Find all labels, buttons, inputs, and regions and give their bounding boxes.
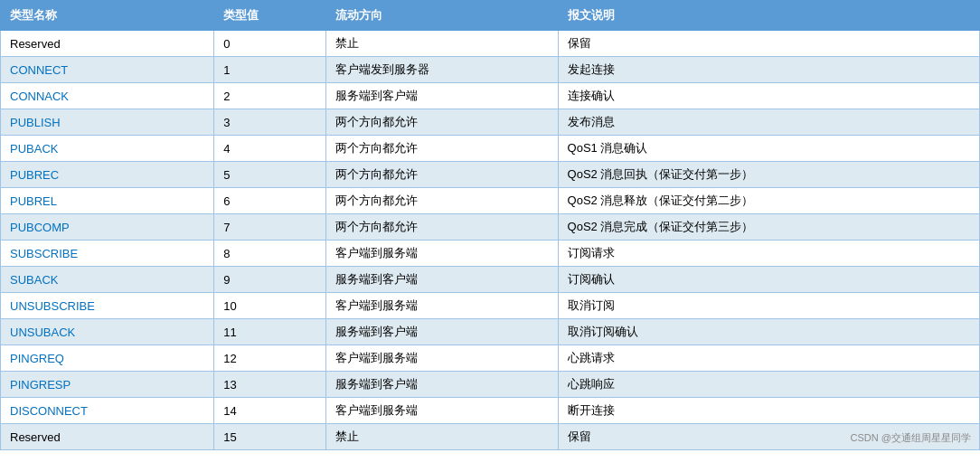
table-row: CONNECT1客户端发到服务器发起连接 [1,57,980,83]
table-row: Reserved0禁止保留 [1,31,980,57]
cell-type-value: 14 [214,398,325,424]
cell-direction: 客户端到服务端 [325,241,558,267]
cell-type-value: 2 [214,83,325,109]
cell-description: 保留 [558,31,979,57]
cell-type-value: 0 [214,31,325,57]
table-row: Reserved15禁止保留 [1,424,980,450]
cell-type-value: 6 [214,188,325,214]
cell-direction: 两个方向都允许 [325,109,558,136]
cell-type-value: 9 [214,267,325,293]
table-row: SUBACK9服务端到客户端订阅确认 [1,267,980,293]
cell-type-value: 11 [214,319,325,345]
cell-direction: 客户端到服务端 [325,345,558,372]
table-row: CONNACK2服务端到客户端连接确认 [1,83,980,109]
cell-direction: 服务端到客户端 [325,372,558,398]
cell-type-name: PUBREC [1,162,214,188]
cell-direction: 客户端到服务端 [325,293,558,319]
col-header-value: 类型值 [214,1,325,31]
cell-direction: 客户端发到服务器 [325,57,558,83]
cell-direction: 服务端到客户端 [325,319,558,345]
cell-description: QoS2 消息释放（保证交付第二步） [558,188,979,214]
cell-description: 连接确认 [558,83,979,109]
cell-type-name: PUBCOMP [1,214,214,241]
cell-type-name: Reserved [1,424,214,450]
cell-description: 订阅确认 [558,267,979,293]
cell-type-value: 8 [214,241,325,267]
table-row: PUBACK4两个方向都允许QoS1 消息确认 [1,136,980,162]
cell-type-name: DISCONNECT [1,398,214,424]
cell-direction: 客户端到服务端 [325,398,558,424]
cell-type-name: CONNACK [1,83,214,109]
cell-description: 取消订阅确认 [558,319,979,345]
cell-type-value: 15 [214,424,325,450]
cell-type-name: PINGRESP [1,372,214,398]
cell-type-name: CONNECT [1,57,214,83]
cell-description: 心跳响应 [558,372,979,398]
table-header-row: 类型名称 类型值 流动方向 报文说明 [1,1,980,31]
cell-direction: 服务端到客户端 [325,83,558,109]
cell-type-name: UNSUBACK [1,319,214,345]
cell-description: QoS2 消息完成（保证交付第三步） [558,214,979,241]
cell-direction: 禁止 [325,424,558,450]
cell-type-value: 5 [214,162,325,188]
table-row: PUBCOMP7两个方向都允许QoS2 消息完成（保证交付第三步） [1,214,980,241]
cell-type-value: 13 [214,372,325,398]
cell-type-value: 1 [214,57,325,83]
cell-type-name: PUBREL [1,188,214,214]
cell-type-name: SUBSCRIBE [1,241,214,267]
table-row: PUBREC5两个方向都允许QoS2 消息回执（保证交付第一步） [1,162,980,188]
table-row: SUBSCRIBE8客户端到服务端订阅请求 [1,241,980,267]
cell-type-name: PUBLISH [1,109,214,136]
cell-direction: 禁止 [325,31,558,57]
cell-type-name: SUBACK [1,267,214,293]
cell-description: 发起连接 [558,57,979,83]
cell-type-name: PUBACK [1,136,214,162]
table-row: UNSUBSCRIBE10客户端到服务端取消订阅 [1,293,980,319]
cell-description: QoS2 消息回执（保证交付第一步） [558,162,979,188]
cell-direction: 服务端到客户端 [325,267,558,293]
table-row: DISCONNECT14客户端到服务端断开连接 [1,398,980,424]
table-row: PINGREQ12客户端到服务端心跳请求 [1,345,980,372]
cell-description: 取消订阅 [558,293,979,319]
col-header-description: 报文说明 [558,1,979,31]
table-row: PINGRESP13服务端到客户端心跳响应 [1,372,980,398]
watermark: CSDN @交通组周星星同学 [851,431,971,445]
cell-description: 订阅请求 [558,241,979,267]
cell-direction: 两个方向都允许 [325,162,558,188]
col-header-name: 类型名称 [1,1,214,31]
cell-direction: 两个方向都允许 [325,136,558,162]
cell-type-value: 12 [214,345,325,372]
cell-type-name: UNSUBSCRIBE [1,293,214,319]
table-row: PUBREL6两个方向都允许QoS2 消息释放（保证交付第二步） [1,188,980,214]
table-row: PUBLISH3两个方向都允许发布消息 [1,109,980,136]
cell-description: QoS1 消息确认 [558,136,979,162]
col-header-direction: 流动方向 [325,1,558,31]
cell-direction: 两个方向都允许 [325,214,558,241]
cell-description: 断开连接 [558,398,979,424]
cell-type-value: 4 [214,136,325,162]
cell-direction: 两个方向都允许 [325,188,558,214]
cell-description: 发布消息 [558,109,979,136]
cell-type-name: PINGREQ [1,345,214,372]
cell-type-value: 10 [214,293,325,319]
cell-type-name: Reserved [1,31,214,57]
mqtt-table: 类型名称 类型值 流动方向 报文说明 Reserved0禁止保留CONNECT1… [0,0,980,450]
cell-description: 心跳请求 [558,345,979,372]
table-row: UNSUBACK11服务端到客户端取消订阅确认 [1,319,980,345]
cell-type-value: 3 [214,109,325,136]
cell-type-value: 7 [214,214,325,241]
table-container: 类型名称 类型值 流动方向 报文说明 Reserved0禁止保留CONNECT1… [0,0,980,450]
